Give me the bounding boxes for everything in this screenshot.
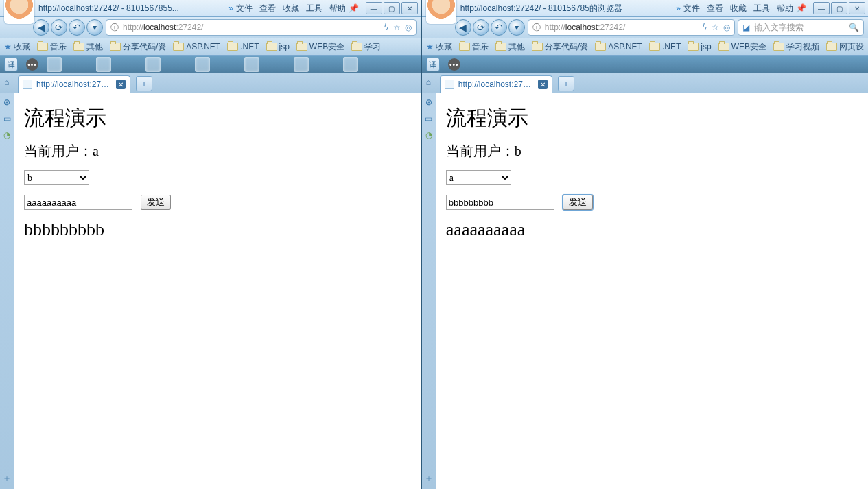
- refresh-button[interactable]: ⟳: [473, 19, 489, 36]
- tab-favicon: [23, 80, 32, 89]
- bookmark-websec[interactable]: WEB安全: [718, 41, 766, 53]
- bookmark-net[interactable]: .NET: [227, 42, 259, 51]
- more-icon[interactable]: •••: [448, 58, 460, 71]
- active-tab[interactable]: http://localhost:2724... ✕: [440, 75, 552, 93]
- menu-file[interactable]: 文件: [683, 3, 700, 14]
- bookmark-music[interactable]: 音乐: [37, 41, 67, 53]
- star-icon[interactable]: ☆: [712, 23, 719, 32]
- side-gear-icon[interactable]: ⊛: [425, 97, 432, 107]
- back-button[interactable]: ◀: [33, 19, 49, 36]
- minimize-button[interactable]: —: [366, 2, 382, 14]
- home-icon[interactable]: ⌂: [4, 77, 15, 88]
- home-icon[interactable]: ⌂: [426, 77, 437, 88]
- bookmark-share[interactable]: 分享代码/资: [110, 41, 166, 53]
- close-button[interactable]: ✕: [401, 2, 418, 14]
- bookmark-asp[interactable]: ASP.NET: [173, 42, 220, 51]
- menu-fav[interactable]: 收藏: [730, 3, 747, 14]
- menu-view[interactable]: 查看: [259, 3, 276, 14]
- menu-tools[interactable]: 工具: [753, 3, 770, 14]
- desktop-icon: [47, 57, 62, 72]
- side-mobile-icon[interactable]: ▭: [3, 114, 11, 123]
- bookmark-net[interactable]: .NET: [649, 42, 681, 51]
- bookmark-asp[interactable]: ASP.NET: [595, 42, 642, 51]
- menu-tools[interactable]: 工具: [306, 3, 322, 14]
- bookmark-favorites[interactable]: ★收藏: [4, 41, 30, 53]
- undo-button[interactable]: ↶: [491, 19, 507, 36]
- window-title: http://localhost:27242/ - 8101567855...: [38, 3, 226, 13]
- home-button[interactable]: ▾: [86, 19, 103, 36]
- close-button[interactable]: ✕: [849, 2, 865, 14]
- bookmarks-bar: ★收藏 音乐 其他 分享代码/资 ASP.NET .NET jsp WEB安全 …: [422, 38, 868, 56]
- message-input[interactable]: [24, 195, 132, 210]
- extension-icon[interactable]: 译: [4, 58, 18, 71]
- bookmark-share[interactable]: 分享代码/资: [532, 41, 588, 53]
- bookmark-other[interactable]: 其他: [495, 41, 525, 53]
- desktop-wallpaper-strip: 译 •••: [422, 56, 868, 73]
- maximize-button[interactable]: ▢: [384, 2, 400, 14]
- compass-icon[interactable]: ◎: [405, 23, 412, 32]
- side-clock-icon[interactable]: ◔: [3, 130, 10, 140]
- menu-help[interactable]: 帮助: [777, 3, 793, 14]
- new-tab-button[interactable]: ＋: [136, 76, 152, 91]
- bookmark-other[interactable]: 其他: [73, 41, 103, 53]
- lightning-icon[interactable]: ϟ: [384, 23, 389, 32]
- bookmark-websec[interactable]: WEB安全: [296, 41, 344, 53]
- extension-icon[interactable]: 译: [426, 58, 440, 71]
- minimize-button[interactable]: —: [813, 2, 830, 14]
- bookmark-webdesign[interactable]: 网页设: [826, 41, 864, 53]
- compass-icon[interactable]: ◎: [723, 23, 730, 32]
- bookmark-study[interactable]: 学习: [351, 41, 381, 53]
- user-avatar: [4, 0, 34, 24]
- search-icon[interactable]: 🔍: [849, 23, 859, 32]
- page-heading: 流程演示: [446, 104, 858, 132]
- side-clock-icon[interactable]: ◔: [425, 130, 432, 140]
- menu-view[interactable]: 查看: [707, 3, 723, 14]
- side-add-icon[interactable]: ＋: [424, 473, 434, 485]
- side-toolbar: ⊛ ▭ ◔ ＋: [422, 93, 436, 489]
- search-engine-icon[interactable]: ◪: [742, 23, 750, 32]
- pin-icon[interactable]: 📌: [349, 3, 359, 13]
- maximize-button[interactable]: ▢: [831, 2, 847, 14]
- recipient-select[interactable]: a: [446, 170, 511, 185]
- send-button[interactable]: 发送: [141, 195, 171, 210]
- side-add-icon[interactable]: ＋: [2, 473, 12, 485]
- tab-close-icon[interactable]: ✕: [116, 80, 126, 89]
- received-message: aaaaaaaaaa: [446, 219, 858, 240]
- menu-fav[interactable]: 收藏: [283, 3, 299, 14]
- bookmark-studyvid[interactable]: 学习视频: [773, 41, 819, 53]
- bookmark-jsp[interactable]: jsp: [266, 42, 290, 51]
- address-bar[interactable]: ⓘ http://localhost:27242/ ϟ ☆ ◎: [528, 19, 735, 36]
- bookmark-favorites[interactable]: ★收藏: [426, 41, 452, 53]
- back-button[interactable]: ◀: [455, 19, 471, 36]
- bookmark-jsp[interactable]: jsp: [688, 42, 711, 51]
- site-info-icon[interactable]: ⓘ: [532, 22, 541, 34]
- side-gear-icon[interactable]: ⊛: [3, 97, 10, 107]
- site-info-icon[interactable]: ⓘ: [110, 22, 119, 34]
- send-button[interactable]: 发送: [563, 195, 593, 210]
- message-input[interactable]: [446, 195, 554, 210]
- refresh-button[interactable]: ⟳: [51, 19, 67, 36]
- star-icon[interactable]: ☆: [393, 23, 401, 32]
- new-tab-button[interactable]: ＋: [558, 76, 574, 91]
- active-tab[interactable]: http://localhost:2724... ✕: [18, 75, 130, 93]
- search-box[interactable]: ◪ 输入文字搜索 🔍: [738, 19, 864, 36]
- more-icon[interactable]: •••: [26, 58, 38, 71]
- recipient-select[interactable]: b: [24, 170, 89, 185]
- side-mobile-icon[interactable]: ▭: [425, 114, 432, 123]
- tab-favicon: [445, 80, 454, 89]
- undo-button[interactable]: ↶: [69, 19, 85, 36]
- tab-strip: ⌂ http://localhost:2724... ✕ ＋: [0, 73, 421, 93]
- desktop-icon: [145, 57, 161, 72]
- tab-title: http://localhost:2724...: [36, 80, 112, 89]
- menu-file[interactable]: 文件: [236, 3, 253, 14]
- tab-close-icon[interactable]: ✕: [538, 80, 548, 89]
- lightning-icon[interactable]: ϟ: [702, 23, 707, 32]
- home-button[interactable]: ▾: [508, 19, 525, 36]
- bookmark-music[interactable]: 音乐: [459, 41, 489, 53]
- pin-icon[interactable]: 📌: [796, 3, 806, 13]
- browser-window-right: http://localhost:27242/ - 810156785的浏览器 …: [421, 0, 868, 489]
- address-bar[interactable]: ⓘ http://localhost:27242/ ϟ ☆ ◎: [106, 19, 417, 36]
- nav-toolbar: ◀ ⟳ ↶ ▾ ⓘ http://localhost:27242/ ϟ ☆ ◎: [422, 17, 868, 38]
- menu-help[interactable]: 帮助: [329, 3, 346, 14]
- window-title: http://localhost:27242/ - 810156785的浏览器: [460, 3, 674, 14]
